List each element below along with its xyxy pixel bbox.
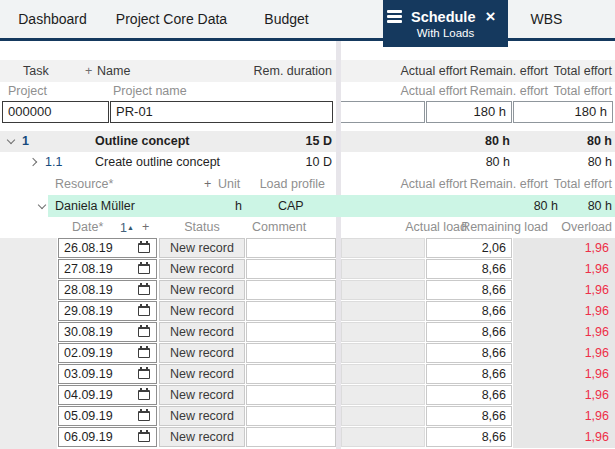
date-field[interactable]: 30.08.19 [58, 322, 157, 342]
actual-load-cell[interactable] [341, 385, 425, 405]
tab-schedule[interactable]: Schedule × With Loads [383, 0, 508, 47]
resource-unit: h [235, 195, 242, 217]
comment-field[interactable] [246, 238, 336, 258]
close-icon[interactable]: × [485, 8, 495, 25]
tab-project-core-data[interactable]: Project Core Data [105, 0, 238, 38]
comment-field[interactable] [246, 322, 336, 342]
calendar-icon[interactable] [138, 432, 150, 442]
remaining-load-field[interactable]: 8,66 [426, 364, 512, 384]
tab-budget[interactable]: Budget [238, 0, 335, 38]
calendar-icon[interactable] [138, 369, 150, 379]
tab-dashboard[interactable]: Dashboard [0, 0, 105, 38]
collapse-icon[interactable] [7, 136, 15, 144]
load-row: 05.09.19 New record 8,66 1,96 [0, 406, 615, 427]
remaining-load-field[interactable]: 8,66 [426, 280, 512, 300]
project-remain-effort-field[interactable]: 180 h [426, 101, 512, 123]
remaining-load-field[interactable]: 8,66 [426, 322, 512, 342]
overload-cell: 1,96 [513, 280, 615, 301]
comment-field[interactable] [246, 259, 336, 279]
status-cell[interactable]: New record [159, 301, 245, 321]
col-task: Task [23, 60, 49, 82]
remaining-load-field[interactable]: 8,66 [426, 427, 512, 447]
date-field[interactable]: 27.08.19 [58, 259, 157, 279]
actual-load-cell[interactable] [341, 322, 425, 342]
tab-wbs[interactable]: WBS [508, 0, 585, 38]
remaining-load-field[interactable]: 8,66 [426, 385, 512, 405]
project-total-effort-field[interactable]: 180 h [513, 101, 613, 123]
status-cell[interactable]: New record [159, 280, 245, 300]
comment-field[interactable] [246, 427, 336, 447]
date-field[interactable]: 05.09.19 [58, 406, 157, 426]
date-field[interactable]: 06.09.19 [58, 427, 157, 447]
overload-cell: 1,96 [513, 385, 615, 406]
col-remain-effort: Remain. effort [470, 173, 548, 195]
comment-field[interactable] [246, 301, 336, 321]
date-field[interactable]: 02.09.19 [58, 343, 157, 363]
actual-load-cell[interactable] [341, 301, 425, 321]
date-field[interactable]: 03.09.19 [58, 364, 157, 384]
task-id: 1 [22, 131, 29, 152]
comment-field[interactable] [246, 406, 336, 426]
date-field[interactable]: 26.08.19 [58, 238, 157, 258]
remaining-load-field[interactable]: 8,66 [426, 259, 512, 279]
status-cell[interactable]: New record [159, 322, 245, 342]
add-load-record-button[interactable]: + [142, 217, 149, 238]
status-cell[interactable]: New record [159, 343, 245, 363]
task-table-header: Task + Name Rem. duration Actual effort … [0, 60, 615, 82]
remaining-load-field[interactable]: 8,66 [426, 406, 512, 426]
remaining-load-field[interactable]: 2,06 [426, 238, 512, 258]
sort-indicator[interactable]: 1▲ [120, 217, 134, 239]
date-field[interactable]: 04.09.19 [58, 385, 157, 405]
collapse-icon[interactable] [38, 201, 46, 209]
col-actual-effort: Actual effort [401, 173, 467, 195]
status-cell[interactable]: New record [159, 385, 245, 405]
actual-load-cell[interactable] [341, 427, 425, 447]
status-cell[interactable]: New record [159, 406, 245, 426]
calendar-icon[interactable] [138, 327, 150, 337]
calendar-icon[interactable] [138, 348, 150, 358]
load-row: 28.08.19 New record 8,66 1,96 [0, 280, 615, 301]
actual-load-cell[interactable] [341, 259, 425, 279]
comment-field[interactable] [246, 385, 336, 405]
status-cell[interactable]: New record [159, 364, 245, 384]
expand-icon[interactable] [29, 158, 37, 166]
comment-field[interactable] [246, 364, 336, 384]
comment-field[interactable] [246, 280, 336, 300]
add-resource-button[interactable]: + [204, 173, 211, 195]
actual-load-cell[interactable] [341, 364, 425, 384]
remaining-load-field[interactable]: 8,66 [426, 343, 512, 363]
actual-load-cell[interactable] [341, 406, 425, 426]
task-total-effort: 80 h [587, 131, 612, 152]
actual-load-cell[interactable] [341, 238, 425, 258]
project-name-field[interactable]: PR-01 [110, 101, 333, 123]
calendar-icon[interactable] [138, 243, 150, 253]
status-cell[interactable]: New record [159, 259, 245, 279]
overload-cell: 1,96 [513, 238, 615, 259]
task-total-effort: 80 h [588, 152, 612, 173]
comment-field[interactable] [246, 343, 336, 363]
calendar-icon[interactable] [138, 264, 150, 274]
add-task-button[interactable]: + [85, 60, 92, 82]
remaining-load-field[interactable]: 8,66 [426, 301, 512, 321]
pane-divider[interactable] [336, 41, 341, 449]
actual-load-cell[interactable] [341, 280, 425, 300]
calendar-icon[interactable] [138, 306, 150, 316]
project-id-field[interactable]: 000000 [2, 101, 109, 123]
status-cell[interactable]: New record [159, 238, 245, 258]
col-rem-duration: Rem. duration [253, 60, 332, 82]
tab-schedule-sublabel: With Loads [383, 27, 508, 39]
calendar-icon[interactable] [138, 390, 150, 400]
calendar-icon[interactable] [138, 285, 150, 295]
col-actual-load: Actual load [405, 217, 467, 238]
actual-load-cell[interactable] [341, 343, 425, 363]
calendar-icon[interactable] [138, 411, 150, 421]
overload-cell: 1,96 [513, 364, 615, 385]
col-remain-effort: Remain. effort [470, 60, 548, 82]
resource-row[interactable]: Daniela Müller h CAP 80 h 80 h [0, 195, 615, 217]
menu-icon[interactable] [387, 8, 402, 26]
project-actual-effort-field[interactable] [338, 101, 425, 123]
date-field[interactable]: 29.08.19 [58, 301, 157, 321]
status-cell[interactable]: New record [159, 427, 245, 447]
project-row: 000000 PR-01 180 h 180 h [0, 100, 615, 124]
date-field[interactable]: 28.08.19 [58, 280, 157, 300]
